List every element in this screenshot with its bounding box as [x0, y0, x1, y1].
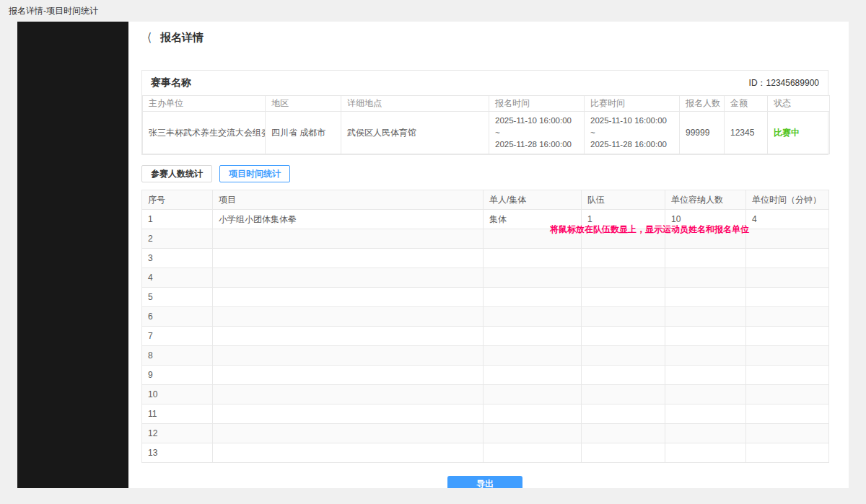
- table-cell: [665, 443, 746, 463]
- table-cell: [484, 268, 582, 288]
- column-header: 详细地点: [341, 96, 489, 112]
- browser-topbar: 报名详情-项目时间统计: [0, 0, 866, 22]
- table-cell: [213, 268, 484, 288]
- table-cell: 2: [142, 229, 213, 249]
- table-cell: [582, 424, 665, 443]
- event-region-cell: 四川省 成都市: [266, 112, 341, 154]
- table-cell: [746, 307, 829, 327]
- table-cell: [213, 307, 484, 327]
- event-name: 赛事名称: [151, 76, 191, 89]
- event-table: 主办单位地区详细地点报名时间比赛时间报名人数金额状态 张三丰杯武术养生交流大会组…: [142, 95, 830, 154]
- event-card-header: 赛事名称 ID：12345689900: [142, 71, 828, 95]
- event-id-value: 12345689900: [766, 78, 819, 88]
- event-status-cell: 比赛中: [768, 112, 830, 154]
- event-venue-cell: 武侯区人民体育馆: [341, 112, 489, 154]
- status-badge: 比赛中: [774, 128, 800, 138]
- table-cell: [746, 424, 829, 443]
- table-cell: [484, 366, 582, 385]
- stats-table-body: 1小学组小团体集体拳集体11042345678910111213: [142, 210, 829, 463]
- table-row: 7: [142, 327, 829, 346]
- table-cell: [746, 404, 829, 424]
- event-organizer-cell: 张三丰杯武术养生交流大会组委会: [143, 112, 266, 154]
- table-cell: [213, 443, 484, 463]
- content-area: 赛事名称 ID：12345689900 主办单位地区详细地点报名时间比赛时间报名…: [128, 51, 849, 488]
- table-cell: 5: [142, 288, 213, 307]
- table-cell: [665, 288, 746, 307]
- event-card: 赛事名称 ID：12345689900 主办单位地区详细地点报名时间比赛时间报名…: [141, 70, 828, 155]
- table-cell: 7: [142, 327, 213, 346]
- column-header: 单人/集体: [484, 190, 582, 210]
- topbar-title: 报名详情-项目时间统计: [9, 5, 98, 17]
- table-cell: [665, 404, 746, 424]
- main-panel: 〈 报名详情 赛事名称 ID：12345689900 主办单位地区详细地点报名时…: [128, 22, 849, 488]
- table-cell: 11: [142, 404, 213, 424]
- table-cell: [665, 268, 746, 288]
- table-cell: [484, 424, 582, 443]
- table-cell: [213, 288, 484, 307]
- tab-project-time[interactable]: 项目时间统计: [219, 165, 290, 182]
- table-cell: [746, 366, 829, 385]
- table-cell: [582, 327, 665, 346]
- event-match-time-cell: 2025-11-10 16:00:00 ~ 2025-11-28 16:00:0…: [585, 112, 680, 154]
- event-amount-cell: 12345: [725, 112, 768, 154]
- column-header: 状态: [768, 96, 830, 112]
- table-cell: [213, 404, 484, 424]
- table-cell: [582, 346, 665, 366]
- app-frame: 〈 报名详情 赛事名称 ID：12345689900 主办单位地区详细地点报名时…: [17, 22, 849, 488]
- column-header: 序号: [142, 190, 213, 210]
- table-cell: [665, 307, 746, 327]
- table-cell: [665, 249, 746, 268]
- table-cell: 10: [142, 385, 213, 404]
- table-row: 9: [142, 366, 829, 385]
- table-cell: 小学组小团体集体拳: [213, 210, 484, 229]
- table-cell: [582, 404, 665, 424]
- table-cell: [213, 229, 484, 249]
- table-cell: [665, 229, 746, 249]
- table-row: 11: [142, 404, 829, 424]
- table-cell: 6: [142, 307, 213, 327]
- table-cell: [582, 268, 665, 288]
- stats-table-wrap: 序号项目单人/集体队伍单位容纳人数单位时间（分钟） 1小学组小团体集体拳集体11…: [141, 190, 828, 463]
- table-row: 10: [142, 385, 829, 404]
- table-cell: [582, 229, 665, 249]
- table-cell: 12: [142, 424, 213, 443]
- table-row: 13: [142, 443, 829, 463]
- table-cell: 10: [665, 210, 746, 229]
- table-cell: 4: [142, 268, 213, 288]
- table-cell: 3: [142, 249, 213, 268]
- table-row: 5: [142, 288, 829, 307]
- table-cell: 1: [142, 210, 213, 229]
- column-header: 比赛时间: [585, 96, 680, 112]
- table-cell: [746, 385, 829, 404]
- table-cell: 9: [142, 366, 213, 385]
- table-cell: [582, 249, 665, 268]
- tab-participant-count[interactable]: 参赛人数统计: [141, 165, 212, 182]
- page-title: 报名详情: [160, 31, 204, 45]
- table-cell: [665, 366, 746, 385]
- export-button[interactable]: 导出: [447, 476, 522, 488]
- table-cell: [665, 424, 746, 443]
- column-header: 报名人数: [680, 96, 725, 112]
- table-cell: [746, 346, 829, 366]
- table-cell: [746, 268, 829, 288]
- table-row: 3: [142, 249, 829, 268]
- table-cell: [484, 404, 582, 424]
- event-signup-time-cell: 2025-11-10 16:00:00 ~ 2025-11-28 16:00:0…: [489, 112, 585, 154]
- column-header: 队伍: [582, 190, 665, 210]
- table-cell: [213, 346, 484, 366]
- table-cell: [746, 249, 829, 268]
- table-cell: [484, 385, 582, 404]
- table-cell: 集体: [484, 210, 582, 229]
- stats-table: 序号项目单人/集体队伍单位容纳人数单位时间（分钟） 1小学组小团体集体拳集体11…: [141, 190, 829, 463]
- column-header: 金额: [725, 96, 768, 112]
- table-cell: [484, 307, 582, 327]
- event-signup-count-cell: 99999: [680, 112, 725, 154]
- table-cell: [665, 346, 746, 366]
- table-cell: [665, 385, 746, 404]
- column-header: 报名时间: [489, 96, 585, 112]
- table-cell: [213, 249, 484, 268]
- back-icon[interactable]: 〈: [143, 32, 152, 44]
- table-cell: [484, 249, 582, 268]
- column-header: 项目: [213, 190, 484, 210]
- table-row: 12: [142, 424, 829, 443]
